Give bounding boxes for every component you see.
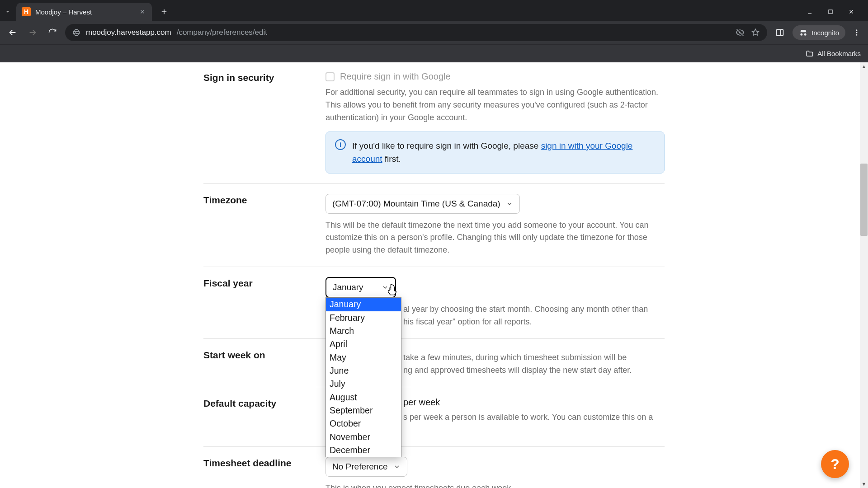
incognito-indicator[interactable]: Incognito xyxy=(793,25,845,40)
help-fab-label: ? xyxy=(830,456,840,473)
callout-pre: If you'd like to require sign in with Go… xyxy=(352,141,541,150)
svg-point-3 xyxy=(856,29,858,31)
browser-chrome: H Moodjoy – Harvest xyxy=(0,0,868,62)
side-panel-button[interactable] xyxy=(773,25,787,40)
all-bookmarks-label: All Bookmarks xyxy=(817,50,861,57)
label-sign-in-security: Sign in security xyxy=(203,71,321,174)
label-timesheet-deadline: Timesheet deadline xyxy=(203,457,321,488)
fiscal-year-option[interactable]: August xyxy=(326,391,401,404)
forward-button[interactable] xyxy=(25,25,40,40)
browser-toolbar: moodjoy.harvestapp.com/company/preferenc… xyxy=(0,21,868,44)
timezone-help: This will be the default timezone the ne… xyxy=(326,219,665,257)
deadline-value: No Preference xyxy=(332,462,388,472)
label-default-capacity: Default capacity xyxy=(203,397,321,436)
close-icon xyxy=(139,9,146,15)
row-fiscal-year: Fiscal year January al year by choosing … xyxy=(203,267,665,339)
reload-button[interactable] xyxy=(45,25,60,40)
chevron-down-icon xyxy=(5,9,11,15)
browser-menu-button[interactable] xyxy=(851,28,863,37)
settings-form: Sign in security Require sign in with Go… xyxy=(203,71,665,488)
svg-rect-0 xyxy=(829,10,832,14)
fiscal-year-select[interactable]: January xyxy=(326,277,396,298)
incognito-label: Incognito xyxy=(811,29,839,37)
settings-page: Sign in security Require sign in with Go… xyxy=(0,62,868,488)
fiscal-year-option[interactable]: June xyxy=(326,364,401,377)
close-window-button[interactable] xyxy=(847,8,855,16)
tab-search-dropdown[interactable] xyxy=(4,8,12,16)
svg-point-5 xyxy=(856,34,858,36)
timezone-select[interactable]: (GMT-07:00) Mountain Time (US & Canada) xyxy=(326,194,520,214)
chevron-down-icon xyxy=(393,463,401,470)
require-google-label: Require sign in with Google xyxy=(340,71,451,82)
fiscal-year-option[interactable]: January xyxy=(326,298,401,311)
fiscal-year-value: January xyxy=(333,282,363,292)
google-signin-callout: i If you'd like to require sign in with … xyxy=(326,131,665,174)
fiscal-year-option[interactable]: March xyxy=(326,324,401,338)
maximize-button[interactable] xyxy=(826,8,835,16)
fiscal-year-option[interactable]: April xyxy=(326,338,401,351)
deadline-select[interactable]: No Preference xyxy=(326,457,407,477)
row-start-week: Start week on placeholder take a few min… xyxy=(203,339,665,387)
fiscal-year-option[interactable]: July xyxy=(326,377,401,390)
arrow-right-icon xyxy=(28,28,38,38)
label-start-week: Start week on xyxy=(203,349,321,377)
folder-icon xyxy=(806,50,814,58)
page-viewport: ▲ ▼ Sign in security Require sign in wit… xyxy=(0,62,868,488)
fiscal-year-option[interactable]: September xyxy=(326,404,401,417)
url-host: moodjoy.harvestapp.com xyxy=(86,28,171,37)
row-sign-in-security: Sign in security Require sign in with Go… xyxy=(203,71,665,184)
eye-off-icon[interactable] xyxy=(736,28,745,37)
chevron-down-icon xyxy=(382,284,389,291)
harvest-favicon-icon: H xyxy=(22,7,31,16)
info-icon: i xyxy=(335,139,346,150)
bookmarks-bar: All Bookmarks xyxy=(0,44,868,62)
incognito-icon xyxy=(799,28,808,37)
close-tab-button[interactable] xyxy=(138,8,146,16)
row-default-capacity: Default capacity per week s per week a p… xyxy=(203,387,665,447)
label-fiscal-year: Fiscal year xyxy=(203,277,321,328)
fiscal-year-option[interactable]: November xyxy=(326,431,401,444)
label-timezone: Timezone xyxy=(203,194,321,257)
reload-icon xyxy=(48,28,57,37)
plus-icon xyxy=(160,8,168,16)
help-fab-button[interactable]: ? xyxy=(821,450,849,478)
site-info-icon[interactable] xyxy=(72,28,80,37)
tab-title: Moodjoy – Harvest xyxy=(35,8,134,16)
timezone-value: (GMT-07:00) Mountain Time (US & Canada) xyxy=(332,199,500,209)
kebab-icon xyxy=(853,28,861,37)
fiscal-year-dropdown[interactable]: JanuaryFebruaryMarchAprilMayJuneJulyAugu… xyxy=(326,297,401,457)
browser-tab[interactable]: H Moodjoy – Harvest xyxy=(16,3,152,21)
svg-rect-2 xyxy=(777,29,783,35)
require-google-checkbox[interactable] xyxy=(326,72,335,81)
svg-point-4 xyxy=(856,32,858,33)
fiscal-year-option[interactable]: October xyxy=(326,417,401,430)
star-icon[interactable] xyxy=(751,28,760,37)
minimize-button[interactable] xyxy=(806,8,814,16)
svg-point-1 xyxy=(73,29,80,36)
fiscal-year-option[interactable]: February xyxy=(326,311,401,324)
sign-in-help: For additional security, you can require… xyxy=(326,86,665,124)
window-controls xyxy=(806,8,864,16)
url-path: /company/preferences/edit xyxy=(177,28,267,37)
back-button[interactable] xyxy=(5,25,20,40)
fiscal-year-option[interactable]: May xyxy=(326,351,401,364)
address-bar[interactable]: moodjoy.harvestapp.com/company/preferenc… xyxy=(65,24,767,41)
panel-icon xyxy=(775,28,784,37)
row-timesheet-deadline: Timesheet deadline No Preference This is… xyxy=(203,447,665,488)
tab-bar: H Moodjoy – Harvest xyxy=(0,0,868,21)
capacity-unit: per week xyxy=(403,397,440,408)
new-tab-button[interactable] xyxy=(157,5,171,19)
all-bookmarks-button[interactable]: All Bookmarks xyxy=(806,50,861,58)
arrow-left-icon xyxy=(8,28,18,38)
fiscal-year-option[interactable]: December xyxy=(326,444,401,457)
callout-post: first. xyxy=(382,154,401,164)
row-timezone: Timezone (GMT-07:00) Mountain Time (US &… xyxy=(203,184,665,267)
chevron-down-icon xyxy=(506,200,513,207)
deadline-help: This is when you expect timesheets due e… xyxy=(326,482,665,488)
